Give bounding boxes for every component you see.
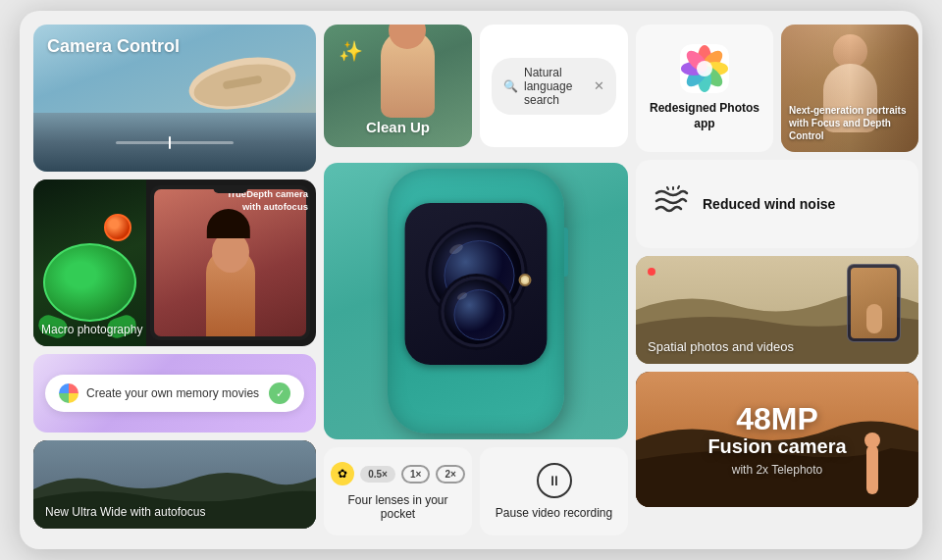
macro-phone-panel: TrueDepth camerawith autofocus: [146, 179, 316, 346]
reduced-noise-label: Reduced wind noise: [703, 196, 835, 212]
phone-body: [388, 169, 564, 433]
camera-control-bg: Camera Control: [33, 25, 316, 172]
column-2: ✨ Clean Up 🔍 Natural language search ✕: [324, 25, 628, 535]
lens-small: [441, 277, 511, 347]
lens-05x: 0.5×: [360, 466, 395, 483]
memory-card: Create your own memory movies ✓: [33, 354, 316, 433]
cleanup-card: ✨ Clean Up: [324, 25, 472, 147]
photos-app-label: Redesigned Photos app: [648, 101, 761, 131]
spatial-label: Spatial photos and videos: [636, 330, 806, 364]
macro-icon: ✿: [331, 462, 354, 485]
macro-card: Macro photography TrueDepth camerawith a…: [33, 179, 316, 346]
outer-frame: Camera Control: [20, 11, 922, 549]
fusion-text: 48MP Fusion camera with 2x Telephoto: [636, 372, 918, 507]
camera-module: [405, 203, 548, 365]
pause-icon: ⏸: [548, 473, 560, 488]
recording-dot: [648, 268, 655, 276]
search-clear-icon[interactable]: ✕: [594, 78, 604, 93]
memory-search-bar[interactable]: Create your own memory movies ✓: [45, 375, 304, 412]
frog-eye: [104, 214, 131, 241]
column-1: Camera Control: [33, 25, 316, 535]
center-phone-card: [324, 163, 628, 439]
frog-body: [43, 243, 136, 322]
search-icon: 🔍: [503, 79, 518, 93]
fusion-sub: with 2x Telephoto: [732, 463, 823, 477]
photos-app-card: Redesigned Photos app: [636, 25, 773, 152]
portrait-card: Next-generation portraits with Focus and…: [781, 25, 918, 152]
svg-line-16: [678, 186, 679, 188]
col2-bottom-row: ✿ 0.5× 1× 2× Four lenses in your pocket …: [324, 447, 628, 535]
side-button: [564, 228, 568, 277]
svg-point-14: [697, 61, 712, 76]
memory-check: ✓: [269, 382, 290, 404]
fusion-card: 48MP Fusion camera with 2x Telephoto: [636, 372, 918, 507]
lens-1x: 1×: [401, 465, 430, 484]
camera-slider: [116, 141, 234, 144]
memory-text: Create your own memory movies: [86, 386, 261, 400]
search-card: 🔍 Natural language search ✕: [480, 25, 628, 147]
spatial-preview-screen: [851, 268, 897, 338]
portrait-label: Next-generation portraits with Focus and…: [789, 104, 911, 142]
landscape-bg: [33, 113, 316, 172]
lenses-icons: ✿ 0.5× 1× 2×: [331, 462, 465, 485]
pause-circle: ⏸: [537, 463, 572, 498]
fusion-mp: 48MP: [736, 403, 818, 434]
flash: [519, 274, 532, 286]
camera-control-card: Camera Control: [33, 25, 316, 172]
main-grid: Camera Control: [33, 25, 909, 535]
lens-2x: 2×: [436, 465, 464, 484]
cleanup-label: Clean Up: [366, 119, 430, 135]
spatial-card: Spatial photos and videos: [636, 256, 918, 364]
wind-icon: [652, 181, 691, 228]
cleanup-head: [389, 25, 426, 49]
memory-icon: [59, 383, 78, 403]
spatial-preview-person: [866, 304, 882, 333]
phone-notch: [213, 185, 247, 193]
cleanup-sparkle: ✨: [339, 39, 363, 63]
lenses-label: Four lenses in your pocket: [332, 493, 464, 521]
col2-top-row: ✨ Clean Up 🔍 Natural language search ✕: [324, 25, 628, 147]
camera-control-label: Camera Control: [47, 36, 180, 57]
macro-label: Macro photography: [41, 323, 142, 336]
ultrawide-card: New Ultra Wide with autofocus: [33, 440, 316, 529]
pause-card: ⏸ Pause video recording: [480, 447, 628, 535]
lenses-card: ✿ 0.5× 1× 2× Four lenses in your pocket: [324, 447, 472, 535]
svg-line-17: [667, 187, 668, 189]
cleanup-person: [381, 29, 435, 118]
cleanup-person-container: [368, 25, 446, 118]
macro-frog-panel: Macro photography: [33, 179, 146, 346]
col3-top-row: Redesigned Photos app Next-generation po…: [636, 25, 918, 152]
column-3: Redesigned Photos app Next-generation po…: [636, 25, 918, 535]
search-bar[interactable]: 🔍 Natural language search ✕: [492, 58, 616, 115]
ultrawide-label: New Ultra Wide with autofocus: [45, 505, 205, 519]
search-text: Natural language search: [524, 66, 588, 107]
photos-app-icon: [680, 44, 729, 93]
reduced-noise-card: Reduced wind noise: [636, 160, 918, 248]
fusion-name: Fusion camera: [707, 434, 846, 458]
pause-label: Pause video recording: [496, 506, 612, 520]
spatial-phone-preview: [847, 264, 901, 342]
